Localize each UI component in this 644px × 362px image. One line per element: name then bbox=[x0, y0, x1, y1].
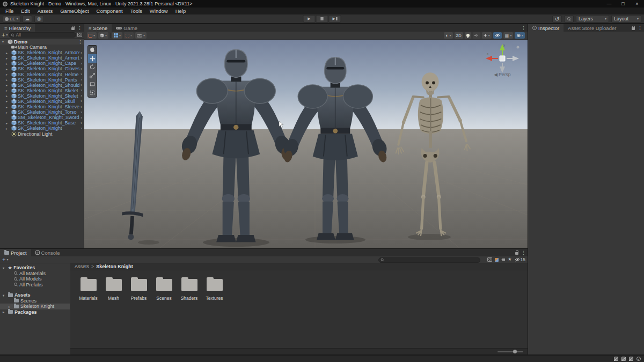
hierarchy-item[interactable]: ▸ Directional Light › bbox=[0, 131, 84, 137]
search-by-type-icon[interactable] bbox=[487, 257, 492, 262]
prefab-chevron[interactable]: › bbox=[80, 93, 84, 98]
hierarchy-search-input[interactable]: All bbox=[9, 32, 76, 38]
search-filter-icon[interactable] bbox=[77, 33, 82, 37]
expand-arrow[interactable] bbox=[3, 293, 6, 297]
create-button[interactable]: + bbox=[2, 32, 5, 38]
breadcrumb-assets[interactable]: Assets bbox=[75, 264, 89, 269]
menu-item[interactable]: File bbox=[2, 8, 17, 14]
project-tree-item[interactable]: ★ Favorites bbox=[0, 265, 70, 271]
expand-arrow[interactable]: ▸ bbox=[6, 72, 10, 76]
hierarchy-item[interactable]: ▸ SK_Skeleton_Knight_Sleeve › bbox=[0, 104, 84, 109]
menu-item[interactable]: Component bbox=[93, 8, 127, 14]
project-tree-item[interactable]: ★ Skeleton Knight bbox=[0, 304, 70, 309]
panel-menu-icon[interactable]: ⋮ bbox=[521, 25, 526, 31]
hierarchy-item[interactable]: ▸ SK_Skeleton_Knight_Torso › bbox=[0, 109, 84, 115]
search-by-label-icon[interactable] bbox=[501, 258, 505, 261]
expand-arrow[interactable]: ▸ bbox=[6, 99, 10, 103]
create-asset-button[interactable]: + bbox=[2, 257, 5, 263]
asset-pipeline-icon[interactable] bbox=[621, 357, 626, 361]
project-folder[interactable]: Scenes bbox=[151, 277, 177, 301]
prefab-chevron[interactable]: › bbox=[80, 77, 84, 82]
expand-arrow[interactable]: ▸ bbox=[6, 127, 10, 130]
hierarchy-item[interactable]: ▸ SK_Skeleton_Knight_Skull › bbox=[0, 99, 84, 104]
project-folder[interactable]: Materials bbox=[76, 277, 101, 301]
move-tool-button[interactable] bbox=[88, 54, 97, 63]
undo-history-button[interactable]: ↺ bbox=[552, 16, 562, 23]
prefab-chevron[interactable]: › bbox=[80, 56, 84, 61]
tool-handle-position-dropdown[interactable]: ▾ bbox=[87, 32, 97, 39]
expand-arrow[interactable]: ▸ bbox=[6, 83, 10, 87]
plastic-scm-button[interactable]: ◎ bbox=[34, 16, 44, 23]
project-tree-item[interactable]: ★ All Models bbox=[0, 276, 70, 282]
panel-menu-icon[interactable]: ⋮ bbox=[521, 250, 526, 255]
hierarchy-item[interactable]: ▸ SM_Skeleton_Knight_Sword › bbox=[0, 115, 84, 120]
panel-menu-icon[interactable]: ⋮ bbox=[638, 25, 642, 31]
prefab-chevron[interactable]: › bbox=[80, 83, 84, 87]
prefab-chevron[interactable]: › bbox=[80, 72, 84, 77]
expand-arrow[interactable]: ▸ bbox=[6, 67, 10, 71]
expand-arrow[interactable] bbox=[3, 310, 6, 314]
hierarchy-item[interactable]: ▸ SK_Skeleton_Knight_Skelet › bbox=[0, 88, 84, 93]
prefab-chevron[interactable]: › bbox=[80, 115, 84, 120]
menu-item[interactable]: Window bbox=[146, 8, 172, 14]
expand-arrow[interactable]: ▸ bbox=[6, 94, 10, 98]
shading-mode-dropdown[interactable]: ◐ ▾ bbox=[444, 32, 452, 39]
zoom-slider-knob[interactable] bbox=[513, 350, 517, 353]
gizmos-dropdown[interactable]: ⊕ ▾ bbox=[515, 32, 525, 39]
expand-arrow[interactable]: ▸ bbox=[6, 110, 10, 114]
hierarchy-item[interactable]: ▸ SK_Skeleton_Knight_Skelet › bbox=[0, 93, 84, 99]
activity-ok-icon[interactable]: ✓ bbox=[636, 357, 641, 361]
scene-row-demo[interactable]: ▾ Demo ⋮ bbox=[0, 39, 84, 45]
expand-arrow[interactable]: ▾ bbox=[2, 40, 6, 43]
panel-menu-icon[interactable]: ⋮ bbox=[77, 25, 82, 31]
measure-dropdown[interactable]: ▾ bbox=[135, 32, 147, 39]
project-tree-item[interactable]: ★ Assets bbox=[0, 292, 70, 298]
cloud-services-button[interactable]: ☁ bbox=[23, 16, 32, 23]
lock-icon[interactable] bbox=[515, 252, 518, 255]
chevron-down-icon[interactable]: ▾ bbox=[6, 258, 8, 261]
camera-view-dropdown[interactable]: ▦ ▾ bbox=[503, 32, 514, 39]
menu-item[interactable]: Assets bbox=[34, 8, 57, 14]
project-search-input[interactable] bbox=[378, 257, 480, 263]
expand-arrow[interactable]: ▸ bbox=[6, 51, 10, 55]
scene-viewport[interactable]: y x ◀ Persp bbox=[84, 40, 528, 248]
menu-item[interactable]: Tools bbox=[127, 8, 146, 14]
tab-project[interactable]: Project bbox=[0, 249, 31, 256]
menu-item[interactable]: Edit bbox=[17, 8, 33, 14]
expand-arrow[interactable] bbox=[9, 305, 12, 308]
expand-arrow[interactable]: ▸ bbox=[6, 78, 10, 82]
scene-canvas[interactable] bbox=[84, 40, 528, 248]
hierarchy-item[interactable]: ▸ SK_Skeleton_Knight_Pants › bbox=[0, 77, 84, 83]
tool-handle-rotation-dropdown[interactable]: ▾ bbox=[98, 32, 108, 39]
project-folder[interactable]: Shaders bbox=[177, 277, 202, 301]
close-button[interactable]: × bbox=[630, 0, 644, 8]
project-folder[interactable]: Prefabs bbox=[126, 277, 151, 301]
lighting-toggle[interactable] bbox=[465, 32, 471, 39]
hierarchy-item[interactable]: ▸ SK_Skeleton_Knight › bbox=[0, 125, 84, 131]
prefab-chevron[interactable]: › bbox=[80, 88, 84, 93]
expand-arrow[interactable]: ▸ bbox=[6, 121, 10, 125]
increment-snap-dropdown[interactable]: ▾ bbox=[124, 32, 134, 39]
prefab-chevron[interactable]: › bbox=[80, 126, 84, 131]
hierarchy-item[interactable]: ▸ SK_Skeleton_Knight_Base › bbox=[0, 120, 84, 125]
hidden-packages-toggle[interactable]: 15 bbox=[515, 257, 525, 262]
lock-icon[interactable] bbox=[632, 27, 635, 30]
project-tree-item[interactable]: ★ Packages bbox=[0, 309, 70, 315]
hierarchy-item[interactable]: ▸ SK_Skeleton_Knight_ArmorL › bbox=[0, 55, 84, 61]
effects-dropdown[interactable]: ▾ bbox=[482, 32, 492, 39]
prefab-chevron[interactable]: › bbox=[80, 99, 84, 104]
chevron-down-icon[interactable]: ▾ bbox=[6, 33, 8, 36]
search-asset-store-icon[interactable] bbox=[495, 258, 499, 262]
lock-icon[interactable] bbox=[71, 27, 75, 30]
2d-toggle[interactable]: 2D bbox=[455, 32, 463, 39]
breadcrumb-current[interactable]: Skeleton Knight bbox=[96, 264, 133, 269]
prefab-chevron[interactable]: › bbox=[80, 121, 84, 125]
orientation-gizmo[interactable]: y x ◀ Persp bbox=[482, 42, 522, 77]
play-button[interactable]: ▶ bbox=[303, 15, 316, 23]
tab-inspector[interactable]: i Inspector bbox=[528, 24, 564, 32]
prefab-chevron[interactable]: › bbox=[80, 105, 84, 109]
scale-tool-button[interactable] bbox=[88, 71, 97, 80]
expand-arrow[interactable] bbox=[3, 266, 6, 270]
pause-button[interactable] bbox=[316, 15, 328, 23]
project-folder[interactable]: Mesh bbox=[101, 277, 126, 301]
